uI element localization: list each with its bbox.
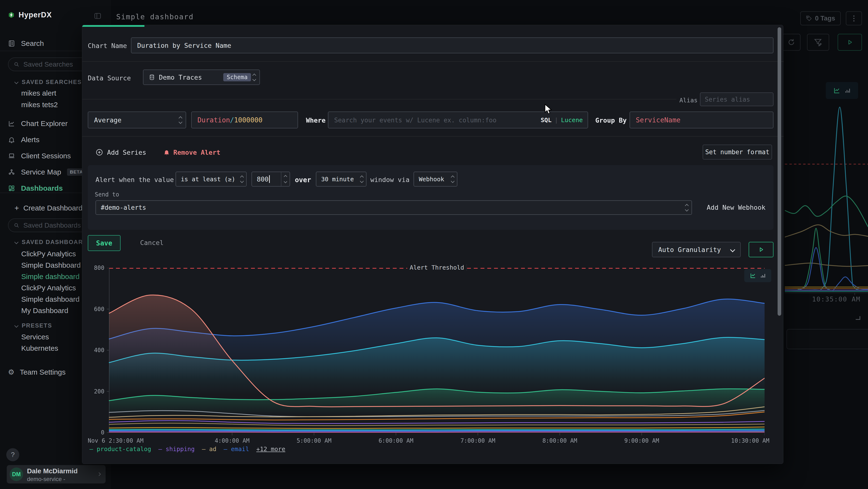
- add-series-button[interactable]: Add Series: [95, 145, 146, 160]
- preset-item[interactable]: Services: [21, 331, 58, 343]
- help-button[interactable]: ?: [6, 448, 19, 461]
- select-chevrons-icon: [241, 176, 243, 182]
- saved-dashboard-item[interactable]: Simple dashboard: [21, 271, 81, 282]
- aggregation-value: Average: [94, 116, 122, 124]
- kebab-icon: [853, 16, 855, 17]
- alias-label: Alias: [678, 97, 698, 104]
- aggregation-select[interactable]: Average: [88, 112, 186, 128]
- sidebar-item-client-sessions[interactable]: Client Sessions: [0, 148, 83, 164]
- legend-item[interactable]: — product-catalog: [89, 445, 151, 453]
- alert-threshold-input[interactable]: 800: [251, 172, 290, 186]
- legend-item[interactable]: +12 more: [256, 445, 285, 453]
- webhook-value: #demo-alerts: [101, 204, 146, 211]
- granularity-select[interactable]: Auto Granularity: [652, 242, 741, 257]
- sidebar-item-dashboards[interactable]: Dashboards: [0, 180, 83, 196]
- sidebar-item-service-map[interactable]: Service MapBETA: [0, 164, 83, 180]
- saved-search-item[interactable]: mikes tets2: [21, 99, 58, 111]
- group-by-input[interactable]: ServiceName: [629, 112, 774, 128]
- lucene-toggle[interactable]: Lucene: [561, 117, 583, 123]
- tags-button[interactable]: 0 Tags: [800, 11, 841, 25]
- saved-dashboard-item[interactable]: ClickPy Analytics: [21, 282, 81, 293]
- preset-item[interactable]: Kubernetes: [21, 343, 58, 354]
- select-chevrons-icon: [452, 176, 454, 182]
- number-spinner[interactable]: [281, 172, 289, 186]
- saved-search-item[interactable]: mikes alert: [21, 87, 58, 99]
- alert-channel-select[interactable]: Webhook: [413, 172, 457, 186]
- refresh-button[interactable]: [782, 34, 801, 51]
- add-new-webhook-button[interactable]: Add New Webhook: [707, 204, 766, 211]
- chevron-right-icon: [97, 472, 101, 476]
- remove-alert-button[interactable]: Remove Alert: [163, 145, 220, 160]
- toggle-divider: |: [555, 117, 558, 123]
- chart-name-value: Duration by Service Name: [137, 42, 231, 49]
- cancel-button[interactable]: Cancel: [140, 239, 164, 247]
- legend-item[interactable]: — ad: [202, 445, 216, 453]
- alert-window-select[interactable]: 30 minute: [316, 172, 367, 186]
- sidebar-item-alerts[interactable]: Alerts: [0, 132, 83, 148]
- brand[interactable]: HyperDX: [8, 10, 52, 19]
- modal-accent-bar: [82, 25, 145, 27]
- sidebar-nav: Chart ExplorerAlertsClient SessionsServi…: [0, 115, 83, 196]
- saved-dashboard-item[interactable]: Simple dashboard: [21, 293, 81, 305]
- field-expression-input[interactable]: Duration/1000000: [191, 112, 298, 128]
- chart-type-toggle[interactable]: [826, 82, 858, 99]
- alias-input-field[interactable]: [705, 95, 770, 103]
- resize-handle-icon[interactable]: [856, 316, 860, 320]
- kebab-menu-button[interactable]: [846, 11, 862, 25]
- legend-item[interactable]: — shipping: [158, 445, 195, 453]
- chart-name-input[interactable]: Duration by Service Name: [131, 37, 774, 53]
- sidebar-item-label: Client Sessions: [21, 152, 71, 160]
- modal-scrollbar[interactable]: [778, 27, 781, 316]
- sidebar-item-search[interactable]: Search: [0, 35, 90, 51]
- legend-item[interactable]: — email: [224, 445, 249, 453]
- webhook-select[interactable]: #demo-alerts: [95, 200, 692, 215]
- search-doc-icon: [8, 40, 15, 47]
- create-dashboard-button[interactable]: + Create Dashboard: [14, 202, 83, 214]
- schema-badge: Schema: [223, 73, 251, 81]
- user-menu[interactable]: DM Dale McDiarmid demo-service -: [7, 465, 105, 484]
- add-series-label: Add Series: [107, 149, 146, 156]
- granularity-value: Auto Granularity: [658, 246, 721, 253]
- divider: [82, 136, 784, 137]
- sidebar-item-chart-explorer[interactable]: Chart Explorer: [0, 115, 83, 132]
- chevron-down-icon: [730, 247, 735, 252]
- data-source-value: Demo Traces: [159, 74, 202, 81]
- sql-toggle[interactable]: SQL: [540, 117, 551, 123]
- set-number-format-button[interactable]: Set number format: [703, 145, 772, 160]
- search-icon: [14, 62, 20, 67]
- filter-edit-icon: [814, 38, 823, 47]
- avatar: DM: [10, 467, 23, 481]
- x-tick-label: Nov 6 2:30:00 AM: [88, 437, 144, 444]
- where-input-field[interactable]: [334, 116, 508, 124]
- sidebar-item-label: Service Map: [21, 168, 61, 176]
- bell-icon: [163, 149, 170, 156]
- alert-window-value: 30 minute: [321, 176, 354, 183]
- set-number-format-label: Set number format: [705, 148, 769, 156]
- run-query-button[interactable]: [838, 34, 862, 51]
- help-label: ?: [11, 451, 15, 459]
- saved-dashboard-item[interactable]: ClickPy Analytics: [21, 248, 81, 259]
- chart-name-label: Chart Name: [88, 42, 127, 50]
- saved-searches-header[interactable]: SAVED SEARCHES: [15, 79, 82, 85]
- database-icon: [149, 74, 155, 81]
- sidebar-item-team-settings[interactable]: ⚙ Team Settings: [8, 368, 66, 376]
- logo-icon: [8, 11, 15, 19]
- saved-dashboard-item[interactable]: My Dashboard: [21, 305, 81, 316]
- sidebar-collapse-icon[interactable]: [94, 12, 102, 20]
- presets-header[interactable]: PRESETS: [15, 322, 52, 329]
- alias-input[interactable]: [700, 92, 774, 106]
- tag-icon: [806, 15, 812, 22]
- send-to-label: Send to: [95, 191, 119, 198]
- filter-button[interactable]: [807, 34, 829, 51]
- chevron-down-icon: [14, 80, 19, 84]
- brand-name: HyperDX: [19, 10, 52, 19]
- remove-alert-label: Remove Alert: [173, 149, 220, 156]
- save-button[interactable]: Save: [88, 235, 121, 251]
- run-chart-button[interactable]: [749, 242, 774, 257]
- saved-dashboard-item[interactable]: Simple Dashboard: [21, 259, 81, 271]
- plus-circle-icon: [95, 148, 103, 156]
- alert-condition-select[interactable]: is at least (≥): [176, 172, 247, 186]
- data-source-select[interactable]: Demo Traces Schema: [143, 69, 260, 85]
- chart-type-toggle[interactable]: [744, 269, 771, 282]
- saved-dashboards-header[interactable]: SAVED DASHBOARDS: [15, 239, 92, 246]
